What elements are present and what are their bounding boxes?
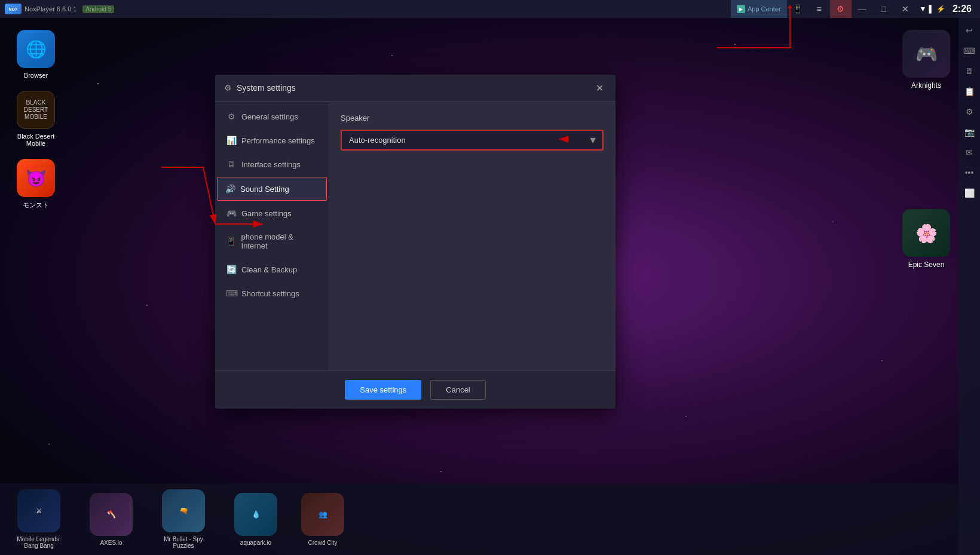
mr-bullet-label: Mr Bullet - Spy Puzzles bbox=[157, 536, 210, 549]
sidebar-camera-btn[interactable]: 📷 bbox=[960, 122, 979, 142]
cancel-button[interactable]: Cancel bbox=[430, 380, 485, 400]
crowd-city-label: Crowd City bbox=[308, 539, 338, 546]
right-apps: 🎮 Arknights 🌸 Epic Seven bbox=[902, 30, 950, 269]
mr-bullet-app[interactable]: 🔫 Mr Bullet - Spy Puzzles bbox=[157, 489, 210, 549]
black-desert-label: Black Desert Mobile bbox=[12, 133, 60, 147]
nav-general[interactable]: ⚙ General settings bbox=[215, 105, 329, 128]
topbar-logo: NOX NoxPlayer 6.6.0.1 Android 5 bbox=[0, 4, 119, 14]
browser-app[interactable]: 🌐 Browser bbox=[12, 30, 60, 79]
desktop-apps: 🌐 Browser BLACKDESERTMOBILE Black Desert… bbox=[12, 18, 60, 210]
epic-seven-icon: 🌸 bbox=[902, 209, 950, 257]
topbar-phone-icon-btn[interactable]: 📱 bbox=[787, 0, 808, 18]
phone-icon: 📱 bbox=[226, 237, 237, 246]
android-badge: Android 5 bbox=[82, 5, 114, 13]
browser-icon: 🌐 bbox=[17, 30, 55, 68]
system-settings-dialog: ⚙ System settings ✕ ⚙ General settings 📊… bbox=[215, 75, 615, 409]
crowd-city-app[interactable]: 👥 Crowd City bbox=[301, 493, 344, 546]
shortcut-icon: ⌨ bbox=[226, 289, 237, 298]
general-icon: ⚙ bbox=[226, 112, 237, 121]
aquapark-app[interactable]: 💧 aquapark.io bbox=[234, 493, 277, 546]
monster-label: モンスト bbox=[23, 201, 49, 210]
performance-icon: 📊 bbox=[226, 136, 237, 145]
sidebar-keyboard-btn[interactable]: ⌨ bbox=[960, 41, 979, 60]
game-icon: 🎮 bbox=[226, 208, 237, 218]
interface-label: Interface settings bbox=[241, 160, 301, 169]
status-icons: ▼ ▌ ⚡ 2:26 bbox=[916, 4, 980, 14]
topbar-maximize-btn[interactable]: □ bbox=[873, 0, 895, 18]
sidebar-settings-btn[interactable]: ⚙ bbox=[960, 102, 979, 121]
shortcut-label: Shortcut settings bbox=[241, 289, 299, 298]
sidebar-home-btn[interactable]: ⬜ bbox=[960, 183, 979, 203]
topbar-menu-btn[interactable]: ≡ bbox=[808, 0, 830, 18]
arknights-icon: 🎮 bbox=[902, 30, 950, 78]
sidebar-back-btn[interactable]: ↩ bbox=[960, 21, 979, 40]
arknights-app[interactable]: 🎮 Arknights bbox=[902, 30, 950, 90]
aquapark-icon: 💧 bbox=[234, 493, 277, 536]
mr-bullet-icon: 🔫 bbox=[162, 489, 205, 532]
nav-interface[interactable]: 🖥 Interface settings bbox=[215, 152, 329, 176]
axes-app[interactable]: 🪓 AXES.io bbox=[90, 493, 133, 546]
mobile-legends-app[interactable]: ⚔ Mobile Legends: Bang Bang bbox=[12, 489, 66, 549]
bottom-bar: ⚔ Mobile Legends: Bang Bang 🪓 AXES.io 🔫 … bbox=[0, 483, 958, 555]
dialog-nav: ⚙ General settings 📊 Performance setting… bbox=[215, 102, 329, 370]
signal-icon: ▌ bbox=[929, 5, 934, 13]
monster-strike-app[interactable]: 😈 モンスト bbox=[12, 159, 60, 210]
monster-icon: 😈 bbox=[17, 159, 55, 197]
topbar: NOX NoxPlayer 6.6.0.1 Android 5 ▶ App Ce… bbox=[0, 0, 980, 18]
dialog-settings-icon: ⚙ bbox=[224, 83, 232, 93]
sound-label: Sound Setting bbox=[240, 185, 289, 194]
sidebar-more-btn[interactable]: ••• bbox=[960, 163, 979, 182]
interface-icon: 🖥 bbox=[226, 160, 237, 169]
aquapark-label: aquapark.io bbox=[240, 539, 271, 546]
sound-icon: 🔊 bbox=[225, 184, 235, 194]
right-sidebar: ↩ ⌨ 🖥 📋 ⚙ 📷 ✉ ••• ⬜ bbox=[958, 18, 980, 555]
speaker-dropdown-wrapper: Auto-recognition Default speaker Headpho… bbox=[341, 130, 604, 151]
performance-label: Performance settings bbox=[241, 136, 315, 145]
dialog-title: System settings bbox=[237, 83, 587, 93]
topbar-right: ▶ App Center 📱 ≡ ⚙ — □ ✕ ▼ ▌ ⚡ 2:26 bbox=[731, 0, 980, 18]
app-center-button[interactable]: ▶ App Center bbox=[731, 0, 787, 18]
speaker-dropdown[interactable]: Auto-recognition Default speaker Headpho… bbox=[341, 130, 604, 151]
dialog-close-button[interactable]: ✕ bbox=[592, 81, 607, 95]
epic-seven-app[interactable]: 🌸 Epic Seven bbox=[902, 209, 950, 269]
battery-icon: ⚡ bbox=[936, 5, 945, 13]
axes-icon: 🪓 bbox=[90, 493, 133, 536]
nav-performance[interactable]: 📊 Performance settings bbox=[215, 128, 329, 152]
speaker-label: Speaker bbox=[341, 114, 604, 122]
app-center-label: App Center bbox=[748, 5, 781, 13]
topbar-close-btn[interactable]: ✕ bbox=[895, 0, 916, 18]
app-center-icon: ▶ bbox=[737, 5, 745, 13]
crowd-city-icon: 👥 bbox=[301, 493, 344, 536]
sidebar-screen-btn[interactable]: 🖥 bbox=[960, 62, 979, 81]
topbar-minimize-btn[interactable]: — bbox=[852, 0, 873, 18]
dialog-footer: Save settings Cancel bbox=[215, 370, 615, 409]
version-label: NoxPlayer 6.6.0.1 bbox=[24, 5, 76, 13]
game-label: Game settings bbox=[241, 209, 292, 218]
nav-sound[interactable]: 🔊 Sound Setting bbox=[217, 177, 327, 201]
dialog-content: Speaker Auto-recognition Default speaker… bbox=[329, 102, 615, 370]
phone-label: phone model & Internet bbox=[241, 232, 320, 250]
save-settings-button[interactable]: Save settings bbox=[345, 380, 421, 400]
nav-shortcut[interactable]: ⌨ Shortcut settings bbox=[215, 281, 329, 305]
sidebar-clipboard-btn[interactable]: 📋 bbox=[960, 82, 979, 101]
dialog-body: ⚙ General settings 📊 Performance setting… bbox=[215, 102, 615, 370]
backup-label: Clean & Backup bbox=[241, 265, 297, 274]
black-desert-app[interactable]: BLACKDESERTMOBILE Black Desert Mobile bbox=[12, 91, 60, 147]
nav-backup[interactable]: 🔄 Clean & Backup bbox=[215, 257, 329, 281]
sidebar-send-btn[interactable]: ✉ bbox=[960, 143, 979, 162]
mobile-legends-icon: ⚔ bbox=[17, 489, 60, 532]
nav-phone[interactable]: 📱 phone model & Internet bbox=[215, 225, 329, 257]
topbar-settings-btn[interactable]: ⚙ bbox=[830, 0, 852, 18]
mobile-legends-label: Mobile Legends: Bang Bang bbox=[12, 536, 66, 549]
axes-label: AXES.io bbox=[100, 539, 122, 546]
backup-icon: 🔄 bbox=[226, 265, 237, 274]
dialog-titlebar: ⚙ System settings ✕ bbox=[215, 75, 615, 102]
wifi-icon: ▼ bbox=[920, 5, 927, 13]
browser-label: Browser bbox=[24, 72, 48, 79]
time-display: 2:26 bbox=[948, 4, 976, 14]
nox-logo-icon: NOX bbox=[5, 4, 22, 14]
black-desert-icon: BLACKDESERTMOBILE bbox=[17, 91, 55, 129]
epic-seven-label: Epic Seven bbox=[908, 260, 945, 269]
general-label: General settings bbox=[241, 112, 298, 121]
nav-game[interactable]: 🎮 Game settings bbox=[215, 201, 329, 225]
